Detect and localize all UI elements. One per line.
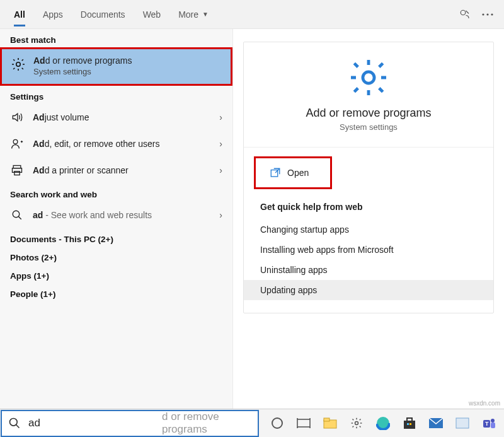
tab-apps[interactable]: Apps: [34, 0, 72, 29]
svg-point-2: [486, 13, 488, 15]
chevron-right-icon: ›: [219, 210, 222, 220]
open-button[interactable]: Open: [254, 156, 332, 189]
search-icon: [8, 417, 21, 429]
svg-point-12: [10, 419, 18, 426]
volume-icon: [10, 110, 24, 124]
svg-rect-28: [491, 422, 495, 428]
user-icon: [10, 137, 24, 151]
settings-icon[interactable]: [343, 409, 370, 438]
printer-icon: [10, 163, 24, 177]
tab-web[interactable]: Web: [134, 0, 170, 29]
help-item[interactable]: Updating apps: [244, 280, 493, 300]
group-photos[interactable]: Photos (2+): [0, 247, 232, 265]
task-view-icon[interactable]: [290, 409, 317, 438]
taskbar: d or remove programs T: [0, 409, 504, 437]
edge-icon[interactable]: [370, 409, 396, 438]
result-best-match[interactable]: Add or remove programs System settings: [0, 47, 232, 86]
svg-point-27: [491, 419, 495, 422]
tab-all[interactable]: All: [5, 0, 34, 29]
help-item[interactable]: Changing startup apps: [260, 219, 477, 240]
svg-point-9: [13, 211, 20, 218]
svg-rect-21: [407, 418, 412, 421]
result-search-web[interactable]: ad - See work and web results ›: [0, 202, 232, 228]
watermark: wsxdn.com: [469, 400, 500, 407]
svg-point-10: [363, 72, 374, 83]
feedback-icon[interactable]: [454, 3, 476, 26]
open-label: Open: [287, 168, 309, 178]
svg-text:T: T: [485, 421, 489, 427]
svg-point-3: [491, 13, 493, 15]
result-add-printer[interactable]: Add a printer or scanner ›: [0, 157, 232, 184]
svg-rect-7: [13, 168, 22, 173]
svg-point-17: [355, 422, 358, 425]
result-add-users[interactable]: Add, edit, or remove other users ›: [0, 131, 232, 157]
section-best-match: Best match: [0, 29, 232, 47]
section-settings: Settings: [0, 86, 232, 104]
store-icon[interactable]: [396, 409, 423, 438]
group-documents[interactable]: Documents - This PC (2+): [0, 228, 232, 247]
preview-subtitle: System settings: [244, 122, 493, 132]
tab-more[interactable]: More▼: [169, 0, 217, 29]
svg-point-13: [272, 418, 282, 428]
results-list: Best match Add or remove programs System…: [0, 29, 233, 409]
svg-rect-25: [456, 418, 469, 428]
result-title: Add or remove programs: [33, 55, 132, 66]
help-item[interactable]: Installing web apps from Microsoft: [260, 240, 477, 260]
chevron-down-icon: ▼: [202, 11, 209, 18]
result-label: Adjust volume: [33, 112, 89, 122]
svg-rect-8: [14, 172, 20, 175]
search-filter-tabs: All Apps Documents Web More▼: [0, 0, 504, 29]
help-item[interactable]: Uninstalling apps: [260, 260, 477, 280]
result-subtitle: System settings: [33, 67, 220, 76]
svg-rect-23: [410, 423, 411, 425]
app-icon[interactable]: [449, 409, 476, 438]
tab-documents[interactable]: Documents: [72, 0, 134, 29]
chevron-right-icon: ›: [219, 165, 222, 175]
result-label: ad - See work and web results: [33, 210, 152, 220]
search-box[interactable]: d or remove programs: [1, 410, 259, 437]
group-people[interactable]: People (1+): [0, 283, 232, 301]
open-icon: [270, 167, 281, 178]
search-ghost-text: d or remove programs: [162, 411, 251, 436]
svg-rect-16: [324, 418, 329, 421]
result-label: Add a printer or scanner: [33, 165, 129, 175]
preview-pane: Add or remove programs System settings O…: [233, 29, 504, 409]
cortana-icon[interactable]: [264, 409, 290, 438]
group-apps[interactable]: Apps (1+): [0, 265, 232, 283]
help-section-title: Get quick help from web: [260, 202, 477, 212]
mail-icon[interactable]: [423, 409, 449, 438]
svg-point-5: [13, 139, 18, 144]
svg-point-1: [482, 13, 484, 15]
chevron-right-icon: ›: [219, 112, 222, 122]
more-options-icon[interactable]: [476, 3, 499, 26]
preview-title: Add or remove programs: [244, 107, 493, 120]
section-search-web: Search work and web: [0, 184, 232, 202]
search-icon: [10, 208, 24, 222]
chevron-right-icon: ›: [219, 139, 222, 149]
result-label: Add, edit, or remove other users: [33, 139, 160, 149]
search-input[interactable]: [27, 416, 163, 430]
svg-rect-22: [407, 423, 409, 425]
gear-icon: [11, 57, 26, 72]
gear-icon: [348, 57, 389, 98]
svg-rect-14: [297, 419, 310, 427]
result-adjust-volume[interactable]: Adjust volume ›: [0, 104, 232, 131]
file-explorer-icon[interactable]: [317, 409, 343, 438]
svg-point-0: [461, 10, 466, 15]
teams-icon[interactable]: T: [476, 409, 502, 438]
svg-point-4: [16, 62, 20, 66]
